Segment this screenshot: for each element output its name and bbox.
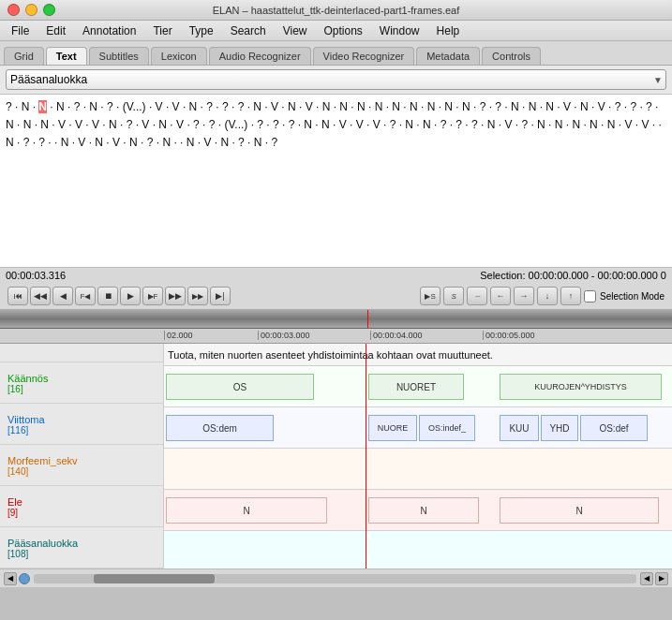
- prev-annotation-button[interactable]: ←: [490, 287, 511, 305]
- scroll-right-button[interactable]: ▶: [655, 572, 668, 585]
- timeline-indicator: [19, 573, 30, 584]
- selection-mode-label: Selection Mode: [600, 291, 665, 302]
- menu-options[interactable]: Options: [317, 22, 370, 39]
- next-annotation-button[interactable]: →: [514, 287, 534, 305]
- tab-bar: Grid Text Subtitles Lexicon Audio Recogn…: [0, 41, 672, 66]
- stop-button[interactable]: ⏹: [97, 287, 118, 305]
- sentence-row: Tuota, miten nuorten asenteet yhdistoimi…: [164, 344, 672, 366]
- sentence-text: Tuota, miten nuorten asenteet yhdistoimi…: [164, 349, 493, 361]
- tier-label-morfeemi[interactable]: Morfeemi_sekv [140]: [0, 445, 163, 486]
- tab-text[interactable]: Text: [46, 47, 87, 65]
- tier-labels-panel: Käännös [16] Viittoma [116] Morfeemi_sek…: [0, 344, 164, 568]
- annotation-osindef[interactable]: OS:indef_: [419, 415, 475, 441]
- tab-video-recognizer[interactable]: Video Recognizer: [313, 47, 415, 65]
- annotation-tracks: Tuota, miten nuorten asenteet yhdistoimi…: [164, 344, 672, 568]
- prev-frame-button[interactable]: F◀: [75, 287, 96, 305]
- menu-view[interactable]: View: [276, 22, 315, 39]
- tier-name-ele: Ele: [7, 496, 22, 508]
- tier-label-viittoma[interactable]: Viittoma [116]: [0, 404, 163, 445]
- tier-count-kaannos: [16]: [7, 384, 23, 394]
- tab-metadata[interactable]: Metadata: [416, 47, 480, 65]
- selection-mode-checkbox[interactable]: [584, 290, 596, 303]
- ruler-marks: 02.000 00:00:03.000 00:00:04.000 00:00:0…: [0, 329, 672, 340]
- annotation-osdem[interactable]: OS:dem: [166, 415, 274, 441]
- ruler-mark-1: 00:00:03.000: [258, 331, 370, 340]
- minimize-button[interactable]: [25, 4, 37, 16]
- annotation-kuurojen[interactable]: KUUROJEN^YHDISTYS: [500, 374, 662, 400]
- menu-type[interactable]: Type: [182, 22, 221, 39]
- annotation-ele-n3[interactable]: N: [500, 497, 659, 524]
- tier-count-morfeemi: [140]: [7, 466, 28, 477]
- tier-select[interactable]: Pääsanaluokka Käännös Viittoma Morfeemi_…: [6, 69, 666, 90]
- highlighted-char: N: [38, 100, 47, 113]
- menu-tier[interactable]: Tier: [145, 22, 179, 39]
- loop-button[interactable]: ⏤: [467, 287, 487, 305]
- menu-help[interactable]: Help: [429, 22, 468, 39]
- timeline-ruler: 02.000 00:00:03.000 00:00:04.000 00:00:0…: [0, 329, 672, 344]
- scroll-left-button[interactable]: ◀: [640, 572, 653, 585]
- rewind-button[interactable]: ◀: [52, 287, 73, 305]
- waveform-bar: [0, 310, 672, 329]
- tab-lexicon[interactable]: Lexicon: [151, 47, 207, 65]
- tab-controls[interactable]: Controls: [482, 47, 541, 65]
- menu-edit[interactable]: Edit: [38, 22, 73, 39]
- waveform-display: [0, 310, 672, 328]
- ruler-mark-3: 00:00:05.000: [483, 331, 595, 340]
- move-down-button[interactable]: ↓: [537, 287, 558, 305]
- main-timeline: Käännös [16] Viittoma [116] Morfeemi_sek…: [0, 344, 672, 568]
- forward-fast-button[interactable]: ▶▶: [187, 287, 208, 305]
- annotation-kuu[interactable]: KUU: [500, 415, 539, 441]
- rewind-fast-button[interactable]: ◀◀: [30, 287, 51, 305]
- go-to-end-button[interactable]: ▶|: [210, 287, 231, 305]
- move-up-button[interactable]: ↑: [560, 287, 581, 305]
- annotation-nuoret[interactable]: NUORET: [368, 374, 464, 400]
- maximize-button[interactable]: [43, 4, 55, 16]
- menu-search[interactable]: Search: [223, 22, 274, 39]
- sentence-label-spacer: [0, 344, 163, 362]
- annotation-osdef[interactable]: OS:def: [580, 415, 648, 441]
- current-time: 00:00:03.316: [6, 270, 66, 281]
- scrollbar-thumb: [94, 574, 215, 583]
- annotation-os[interactable]: OS: [166, 374, 314, 400]
- play-button[interactable]: ▶: [120, 287, 141, 305]
- tier-dropdown-row: Pääsanaluokka Käännös Viittoma Morfeemi_…: [0, 66, 672, 95]
- tier-label-paaluokka[interactable]: Pääsanaluokka [108]: [0, 527, 163, 568]
- annotation-yhd[interactable]: YHD: [541, 415, 578, 441]
- menu-annotation[interactable]: Annotation: [75, 22, 143, 39]
- annotation-ele-n2[interactable]: N: [368, 497, 479, 524]
- tab-subtitles[interactable]: Subtitles: [89, 47, 149, 65]
- menu-window[interactable]: Window: [372, 22, 427, 39]
- transport-area: 00:00:03.316 Selection: 00:00:00.000 - 0…: [0, 268, 672, 310]
- text-display: ? · N · N · N · ? · N · ? · (V...) · V ·…: [0, 95, 672, 268]
- selection-time: Selection: 00:00:00.000 - 00:00:00.000 0: [480, 270, 666, 281]
- forward-button[interactable]: ▶▶: [165, 287, 186, 305]
- transport-controls: ⏮ ◀◀ ◀ F◀ ⏹ ▶ ▶F ▶▶ ▶▶ ▶|: [4, 285, 234, 307]
- play-selection-button[interactable]: ▶S: [420, 287, 441, 305]
- tier-label-ele[interactable]: Ele [9]: [0, 486, 163, 527]
- waveform-cursor: [367, 310, 368, 328]
- track-viittoma: OS:dem NUORE OS:indef_ KUU YHD OS:def: [164, 407, 672, 449]
- close-button[interactable]: [7, 4, 20, 16]
- bottom-bar: ◀ ◀ ▶: [0, 568, 672, 587]
- tier-select-wrapper: Pääsanaluokka Käännös Viittoma Morfeemi_…: [6, 69, 666, 90]
- bottom-right-arrows: ◀ ▶: [640, 572, 668, 585]
- ruler-mark-0: 02.000: [164, 331, 258, 340]
- tier-name-morfeemi: Morfeemi_sekv: [7, 455, 78, 466]
- menu-file[interactable]: File: [4, 22, 37, 39]
- time-row: 00:00:03.316 Selection: 00:00:00.000 - 0…: [0, 268, 672, 283]
- track-kaannos: OS NUORET KUUROJEN^YHDISTYS: [164, 366, 672, 407]
- tier-name-paaluokka: Pääsanaluokka: [7, 538, 78, 549]
- tab-grid[interactable]: Grid: [4, 47, 44, 65]
- selection-mode-area: Selection Mode: [584, 290, 665, 303]
- horizontal-scrollbar[interactable]: [34, 574, 636, 583]
- tab-audio-recognizer[interactable]: Audio Recognizer: [209, 47, 311, 65]
- play-selection-back-button[interactable]: S: [443, 287, 464, 305]
- bottom-left: ◀: [4, 572, 30, 585]
- window-controls: [7, 4, 55, 16]
- annotation-nuore[interactable]: NUORE: [368, 415, 417, 441]
- annotation-ele-n1[interactable]: N: [166, 497, 327, 524]
- go-to-begin-button[interactable]: ⏮: [7, 287, 28, 305]
- tier-label-kaannos[interactable]: Käännös [16]: [0, 362, 163, 404]
- next-frame-button[interactable]: ▶F: [142, 287, 163, 305]
- timeline-scroll-left-button[interactable]: ◀: [4, 572, 17, 585]
